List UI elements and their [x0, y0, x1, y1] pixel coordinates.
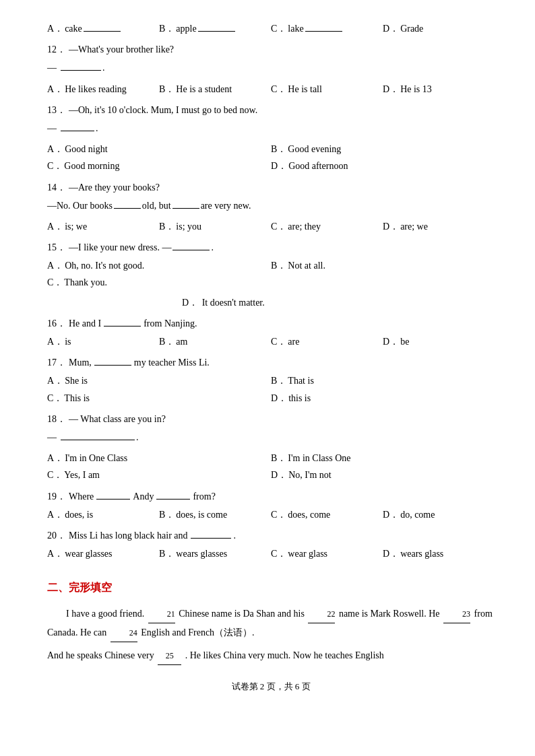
page-number: 试卷第 2 页，共 6 页	[232, 681, 311, 691]
option-a-20: A． wear glasses	[47, 545, 159, 562]
option-a-13: A． Good night	[47, 141, 271, 158]
option-d-top: D． Grade	[383, 20, 495, 37]
blank-23: 23	[443, 605, 470, 623]
question-17-options: A． She is B． That is C． This is D． this …	[47, 372, 495, 406]
blank-22: 22	[308, 605, 335, 623]
question-18-options: A． I'm in One Class B． I'm in Class One …	[47, 450, 495, 483]
passage-text: I have a good friend. 21 Chinese name is…	[47, 605, 495, 642]
option-d-16: D． be	[383, 333, 495, 350]
option-a-15: A． Oh, no. It's not good.	[47, 257, 271, 274]
question-15: 15． —I like your new dress. — . A． Oh, n…	[47, 239, 495, 311]
question-15-option-d: D． It doesn't matter.	[47, 294, 495, 311]
option-c-14: C． are; they	[271, 218, 383, 235]
option-b-19: B． does, is come	[159, 506, 271, 523]
question-19-text: 19． Where Andy from?	[47, 488, 495, 505]
option-c-19: C． does, come	[271, 506, 383, 523]
question-18-answer: — .	[47, 429, 495, 446]
option-a-top: A． cake	[47, 20, 159, 37]
top-options-row: A． cake B． apple C． lake D． Grade	[47, 20, 495, 37]
option-b-18: B． I'm in Class One	[271, 450, 495, 467]
question-20-options: A． wear glasses B． wears glasses C． wear…	[47, 545, 495, 562]
option-d-20: D． wears glass	[383, 545, 495, 562]
question-18-text: 18． — What class are you in?	[47, 411, 495, 427]
question-15-text: 15． —I like your new dress. — .	[47, 239, 495, 256]
option-c-13: C． Good morning	[47, 158, 271, 174]
option-d-14: D． are; we	[383, 218, 495, 235]
option-d-18: D． No, I'm not	[271, 467, 495, 483]
option-d-12: D． He is 13	[383, 81, 495, 98]
option-b-15: B． Not at all.	[271, 257, 495, 274]
option-a-18: A． I'm in One Class	[47, 450, 271, 467]
option-b-12: B． He is a student	[159, 81, 271, 98]
question-16-text: 16． He and I from Nanjing.	[47, 315, 495, 332]
question-14-text: 14． —Are they your books?	[47, 179, 495, 196]
option-d-19: D． do, come	[383, 506, 495, 523]
question-13-text: 13． —Oh, it's 10 o'clock. Mum, I must go…	[47, 102, 495, 118]
option-a-17: A． She is	[47, 372, 271, 389]
blank-25: 25	[158, 647, 181, 665]
question-14-options: A． is; we B． is; you C． are; they D． are…	[47, 218, 495, 235]
question-14: 14． —Are they your books? —No. Our books…	[47, 179, 495, 236]
option-c-top: C． lake	[271, 20, 383, 37]
question-14-answer: —No. Our books old, but are very new.	[47, 197, 495, 214]
option-c-17: C． This is	[47, 390, 271, 407]
question-20-text: 20． Miss Li has long black hair and .	[47, 527, 495, 544]
question-18: 18． — What class are you in? — . A． I'm …	[47, 411, 495, 484]
blank-24: 24	[111, 624, 137, 642]
question-15-options: A． Oh, no. It's not good. B． Not at all.…	[47, 257, 495, 291]
section-2: 二、完形填空 I have a good friend. 21 Chinese …	[47, 578, 495, 665]
question-17: 17． Mum, my teacher Miss Li. A． She is B…	[47, 354, 495, 407]
option-a-14: A． is; we	[47, 218, 159, 235]
option-b-top: B． apple	[159, 20, 271, 37]
page-footer: 试卷第 2 页，共 6 页	[47, 679, 495, 694]
option-d-17: D． this is	[271, 390, 495, 407]
question-12-options: A． He likes reading B． He is a student C…	[47, 81, 495, 98]
option-a-16: A． is	[47, 333, 159, 350]
question-20: 20． Miss Li has long black hair and . A．…	[47, 527, 495, 562]
question-16-options: A． is B． am C． are D． be	[47, 333, 495, 350]
question-13: 13． —Oh, it's 10 o'clock. Mum, I must go…	[47, 102, 495, 175]
question-13-options: A． Good night B． Good evening C． Good mo…	[47, 141, 495, 174]
option-c-12: C． He is tall	[271, 81, 383, 98]
question-12: 12． —What's your brother like? — . A． He…	[47, 41, 495, 98]
question-19: 19． Where Andy from? A． does, is B． does…	[47, 488, 495, 523]
question-13-answer: — .	[47, 120, 495, 137]
option-b-17: B． That is	[271, 372, 495, 389]
blank-21: 21	[148, 605, 175, 623]
option-b-13: B． Good evening	[271, 141, 495, 158]
option-c-18: C． Yes, I am	[47, 467, 271, 483]
passage-text-2: And he speaks Chinese very 25 . He likes…	[47, 646, 495, 665]
option-a-19: A． does, is	[47, 506, 159, 523]
option-c-16: C． are	[271, 333, 383, 350]
question-16: 16． He and I from Nanjing. A． is B． am C…	[47, 315, 495, 350]
option-b-14: B． is; you	[159, 218, 271, 235]
option-a-12: A． He likes reading	[47, 81, 159, 98]
section-2-title: 二、完形填空	[47, 578, 495, 598]
option-b-20: B． wears glasses	[159, 545, 271, 562]
option-d-13: D． Good afternoon	[271, 158, 495, 174]
question-12-answer: — .	[47, 59, 495, 76]
option-b-16: B． am	[159, 333, 271, 350]
question-17-text: 17． Mum, my teacher Miss Li.	[47, 354, 495, 371]
option-c-20: C． wear glass	[271, 545, 383, 562]
option-c-15: C． Thank you.	[47, 274, 271, 291]
question-19-options: A． does, is B． does, is come C． does, co…	[47, 506, 495, 523]
question-12-text: 12． —What's your brother like?	[47, 41, 495, 58]
